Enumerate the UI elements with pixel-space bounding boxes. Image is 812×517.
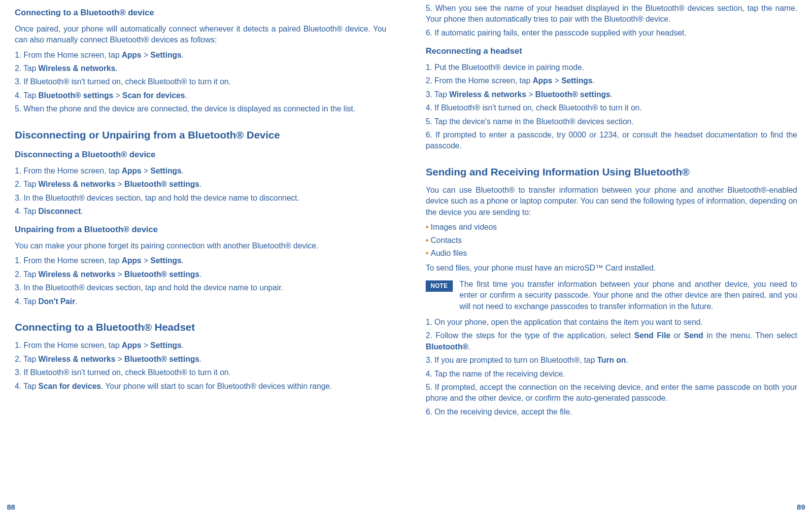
dot: . <box>81 207 83 215</box>
dot: . <box>592 76 594 85</box>
step-item: 1. From the Home screen, tap Apps > Sett… <box>15 255 386 266</box>
ui-label-scan-devices: Scan for devices <box>38 382 101 390</box>
ui-label-settings: Settings <box>150 51 181 59</box>
separator: > <box>115 355 124 363</box>
step-text: 4. Tap <box>15 207 38 215</box>
step-item: 4. Tap Bluetooth® settings > Scan for de… <box>15 90 386 101</box>
step-text: 3. Tap <box>426 90 449 99</box>
ui-label-send: Send <box>684 331 703 340</box>
step-item: 6. On the receiving device, accept the f… <box>426 407 797 417</box>
step-item: 6. If prompted to enter a passcode, try … <box>426 130 797 152</box>
note-text: The first time you transfer information … <box>460 279 797 312</box>
step-item: 3. In the Bluetooth® devices section, ta… <box>15 282 386 293</box>
list-item: Contacts <box>426 235 797 246</box>
page-left: Connecting to a Bluetooth® device Once p… <box>0 0 406 517</box>
step-item: 5. When you see the name of your headset… <box>426 3 797 25</box>
ui-label-settings: Settings <box>150 341 181 349</box>
page-spread: Connecting to a Bluetooth® device Once p… <box>0 0 812 517</box>
ui-label-settings: Settings <box>561 76 592 85</box>
separator: > <box>141 51 150 59</box>
separator: > <box>141 167 150 175</box>
ui-label-disconnect: Disconnect <box>38 207 81 215</box>
ui-label-bluetooth-settings: Bluetooth® settings <box>124 180 199 188</box>
ui-label-wireless-networks: Wireless & networks <box>38 64 115 72</box>
ui-label-settings: Settings <box>150 256 181 265</box>
note-badge: NOTE <box>426 280 453 292</box>
ui-label-dont-pair: Don't Pair <box>38 297 75 306</box>
ui-label-send-file: Send File <box>634 331 670 340</box>
step-item: 2. Tap Wireless & networks > Bluetooth® … <box>15 269 386 280</box>
dot: . <box>181 51 183 59</box>
ui-label-wireless-networks: Wireless & networks <box>38 270 115 278</box>
step-item: 2. Tap Wireless & networks. <box>15 63 386 74</box>
dot: . <box>185 91 187 100</box>
step-item: 3. Tap Wireless & networks > Bluetooth® … <box>426 89 797 100</box>
page-right: 5. When you see the name of your headset… <box>406 0 812 517</box>
dot: . <box>200 355 202 363</box>
dot: . <box>468 343 470 351</box>
step-item: 5. If prompted, accept the connection on… <box>426 382 797 404</box>
ui-label-turn-on: Turn on <box>597 356 626 364</box>
step-text: 1. From the Home screen, tap <box>15 256 122 265</box>
subsection-heading-unpairing: Unpairing from a Bluetooth® device <box>15 224 386 236</box>
subsection-heading-disconnecting: Disconnecting a Bluetooth® device <box>15 149 386 161</box>
separator: > <box>141 341 150 349</box>
step-item: 1. From the Home screen, tap Apps > Sett… <box>15 166 386 176</box>
dot: . <box>181 341 183 349</box>
separator: > <box>113 91 122 100</box>
step-item: 3. In the Bluetooth® devices section, ta… <box>15 193 386 204</box>
step-text: or <box>671 331 684 340</box>
ui-label-bluetooth-settings: Bluetooth® settings <box>124 270 199 278</box>
separator: > <box>552 76 561 85</box>
dot: . <box>181 167 183 175</box>
ui-label-bluetooth-settings: Bluetooth® settings <box>38 91 113 100</box>
page-number-right: 89 <box>797 502 805 512</box>
step-item: 3. If you are prompted to turn on Blueto… <box>426 355 797 366</box>
step-item: 2. Tap Wireless & networks > Bluetooth® … <box>15 354 386 365</box>
step-item: 2. From the Home screen, tap Apps > Sett… <box>426 75 797 86</box>
separator: > <box>141 256 150 265</box>
step-item: 2. Tap Wireless & networks > Bluetooth® … <box>15 179 386 190</box>
dot: . <box>75 297 77 306</box>
list-item: Images and videos <box>426 222 797 233</box>
dot: . <box>626 356 628 364</box>
dot: . <box>200 180 202 188</box>
step-item: 5. When the phone and the device are con… <box>15 103 386 114</box>
step-text: 4. Tap <box>15 382 38 390</box>
separator: > <box>115 270 124 278</box>
ui-label-apps: Apps <box>122 256 141 265</box>
step-text: 3. If you are prompted to turn on Blueto… <box>426 356 597 364</box>
step-text: 4. Tap <box>15 91 38 100</box>
section-heading-disconnect-unpair: Disconnecting or Unpairing from a Blueto… <box>15 128 386 142</box>
step-item: 1. Put the Bluetooth® device in pairing … <box>426 62 797 73</box>
section-heading-send-receive-bluetooth: Sending and Receiving Information Using … <box>426 165 797 179</box>
ui-label-scan-devices: Scan for devices <box>122 91 185 100</box>
step-text: 4. Tap <box>15 297 38 306</box>
ui-label-apps: Apps <box>533 76 552 85</box>
step-item: 4. If Bluetooth® isn't turned on, check … <box>426 103 797 113</box>
step-text: 2. Tap <box>15 64 38 72</box>
step-text: 2. Follow the steps for the type of the … <box>426 331 634 340</box>
step-item: 2. Follow the steps for the type of the … <box>426 330 797 352</box>
separator: > <box>115 180 124 188</box>
ui-label-apps: Apps <box>122 167 141 175</box>
section-heading-connecting-device: Connecting to a Bluetooth® device <box>15 7 386 19</box>
ui-label-settings: Settings <box>150 167 181 175</box>
step-text: 2. Tap <box>15 270 38 278</box>
note-block: NOTE The first time you transfer informa… <box>426 279 797 312</box>
step-text: 2. Tap <box>15 180 38 188</box>
step-text: in the menu. Then select <box>703 331 797 340</box>
step-item: 4. Tap Disconnect. <box>15 206 386 217</box>
step-text: 1. From the Home screen, tap <box>15 341 122 349</box>
dot: . <box>610 90 612 99</box>
step-text: 1. From the Home screen, tap <box>15 167 122 175</box>
step-text-tail: . Your phone will start to scan for Blue… <box>101 382 332 390</box>
step-item: 5. Tap the device's name in the Bluetoot… <box>426 116 797 127</box>
paragraph: You can use Bluetooth® to transfer infor… <box>426 185 797 218</box>
paragraph: You can make your phone forget its pairi… <box>15 241 386 251</box>
step-text: 1. From the Home screen, tap <box>15 51 122 59</box>
separator: > <box>526 90 535 99</box>
step-item: 3. If Bluetooth® isn't turned on, check … <box>15 367 386 378</box>
step-item: 1. From the Home screen, tap Apps > Sett… <box>15 340 386 351</box>
ui-label-apps: Apps <box>122 341 141 349</box>
